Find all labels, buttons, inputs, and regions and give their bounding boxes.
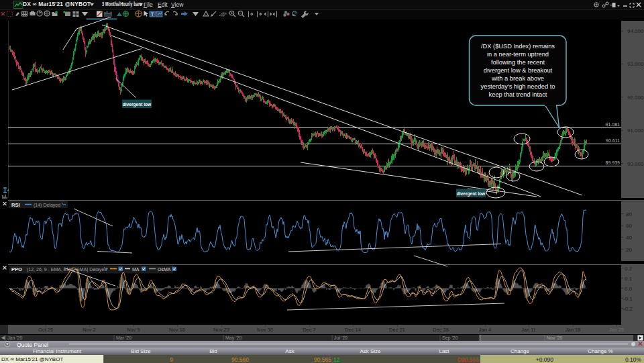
svg-text:Dec 7: Dec 7 [303,327,316,333]
svg-text:Jan 18: Jan 18 [566,327,581,333]
svg-text:RSI: RSI [11,202,20,208]
svg-text:80: 80 [626,211,632,217]
svg-text:Dec 21: Dec 21 [389,327,405,333]
svg-text:90.000: 90.000 [627,161,644,167]
svg-text:Nov 9: Nov 9 [127,327,140,333]
svg-text:following the recent: following the recent [491,59,545,66]
svg-text:-0.2: -0.2 [623,306,633,312]
svg-text:94.000: 94.000 [627,28,644,34]
svg-text:90.611: 90.611 [606,138,620,143]
svg-text:yesterday's high needed to: yesterday's high needed to [481,83,555,90]
svg-text:0.0: 0.0 [625,286,633,292]
svg-text:Nov '20: Nov '20 [547,335,563,340]
svg-text:Dec 28: Dec 28 [433,327,449,333]
svg-text:Jan 25: Jan 25 [609,327,625,333]
svg-text:92.000: 92.000 [627,95,644,101]
svg-text:60: 60 [626,223,632,229]
svg-text:(14) Delayed: (14) Delayed [34,203,60,208]
svg-text:40: 40 [626,235,632,241]
svg-text:Jan '20: Jan '20 [7,335,22,340]
svg-text:91.000: 91.000 [627,127,644,134]
svg-text:keep that trend intact: keep that trend intact [489,91,547,98]
svg-text:-0.1: -0.1 [623,296,633,302]
svg-text:Dec 14: Dec 14 [345,327,361,333]
svg-text:in a near-term uptrend: in a near-term uptrend [487,51,549,58]
svg-text:91.081: 91.081 [606,122,621,127]
svg-text:Nov 16: Nov 16 [169,327,185,333]
svg-text:divergent low: divergent low [123,102,152,107]
svg-text:Sep '20: Sep '20 [442,335,458,341]
svg-text:/DX ($USD Index) remains: /DX ($USD Index) remains [481,43,555,50]
svg-text:89.939: 89.939 [606,160,621,165]
svg-text:Jul '20: Jul '20 [334,335,347,340]
svg-text:Mar '20: Mar '20 [116,335,131,340]
svg-text:MA: MA [132,267,140,272]
svg-text:(12, 26, 9 - EMA, EMA, EMA) De: (12, 26, 9 - EMA, EMA, EMA) Delayed [27,267,107,272]
svg-text:20: 20 [626,247,632,253]
svg-text:Jan 4: Jan 4 [479,327,491,333]
svg-text:Jan 11: Jan 11 [521,327,536,333]
svg-text:0.1: 0.1 [625,276,633,282]
svg-text:Oct 26: Oct 26 [38,327,53,333]
svg-text:Nov 23: Nov 23 [213,327,229,333]
svg-text:with a break above: with a break above [491,75,544,82]
svg-text:PPO: PPO [11,266,22,272]
svg-text:93.000: 93.000 [627,61,644,67]
svg-text:Nov 30: Nov 30 [257,327,273,333]
svg-text:divergent low: divergent low [457,191,486,197]
svg-text:divergent low & breakout: divergent low & breakout [484,67,553,74]
svg-text:OsMA: OsMA [158,267,171,272]
svg-text:May '20: May '20 [225,335,241,341]
svg-text:Nov 2: Nov 2 [83,327,96,333]
svg-text:0.2: 0.2 [625,266,633,272]
